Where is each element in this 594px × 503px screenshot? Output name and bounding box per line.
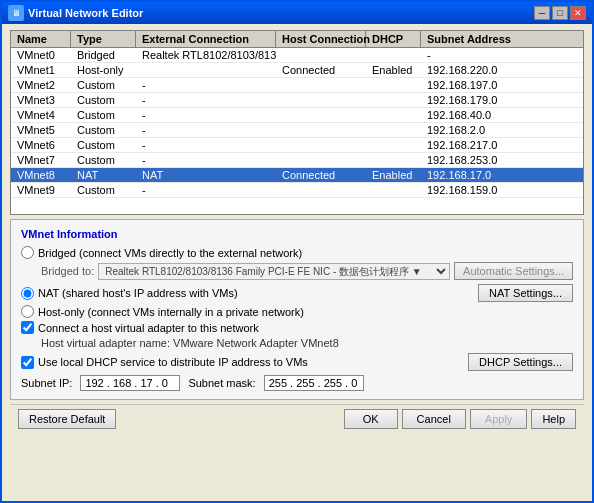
title-bar: 🖥 Virtual Network Editor ─ □ ✕: [2, 2, 592, 24]
adapter-checkbox-row: Connect a host virtual adapter to this n…: [21, 321, 573, 334]
table-cell: VMnet9: [11, 183, 71, 197]
subnet-mask-label: Subnet mask:: [188, 377, 255, 389]
table-cell: [366, 78, 421, 92]
table-cell: Custom: [71, 93, 136, 107]
col-header-ext: External Connection: [136, 31, 276, 47]
table-cell: [366, 93, 421, 107]
cancel-button[interactable]: Cancel: [402, 409, 466, 429]
table-cell: [276, 153, 366, 167]
bridged-to-row: Bridged to: Realtek RTL8102/8103/8136 Fa…: [41, 262, 573, 280]
title-buttons: ─ □ ✕: [534, 6, 586, 20]
table-cell: Connected: [276, 63, 366, 77]
table-cell: VMnet3: [11, 93, 71, 107]
table-cell: 192.168.253.0: [421, 153, 583, 167]
table-cell: [366, 108, 421, 122]
nat-radio-row: NAT (shared host's IP address with VMs) …: [21, 284, 573, 302]
col-header-name: Name: [11, 31, 71, 47]
restore-default-button[interactable]: Restore Default: [18, 409, 116, 429]
table-cell: [366, 183, 421, 197]
close-button[interactable]: ✕: [570, 6, 586, 20]
table-row[interactable]: VMnet4Custom-192.168.40.0: [11, 108, 583, 123]
bridged-radio-row: Bridged (connect VMs directly to the ext…: [21, 246, 573, 259]
dhcp-checkbox-label: Use local DHCP service to distribute IP …: [38, 356, 308, 368]
table-cell: Custom: [71, 78, 136, 92]
adapter-name-label: Host virtual adapter name: VMware Networ…: [41, 337, 339, 349]
table-row[interactable]: VMnet5Custom-192.168.2.0: [11, 123, 583, 138]
bridged-to-dropdown[interactable]: Realtek RTL8102/8103/8136 Family PCI-E F…: [98, 263, 450, 280]
col-header-dhcp: DHCP: [366, 31, 421, 47]
table-cell: Custom: [71, 108, 136, 122]
table-cell: Custom: [71, 183, 136, 197]
table-cell: -: [136, 183, 276, 197]
auto-settings-button[interactable]: Automatic Settings...: [454, 262, 573, 280]
table-cell: -: [136, 123, 276, 137]
table-cell: Realtek RTL8102/8103/813...: [136, 48, 276, 62]
nat-radio-container: NAT (shared host's IP address with VMs): [21, 287, 238, 300]
col-header-host: Host Connection: [276, 31, 366, 47]
nat-settings-button[interactable]: NAT Settings...: [478, 284, 573, 302]
table-cell: -: [421, 48, 583, 62]
table-row[interactable]: VMnet3Custom-192.168.179.0: [11, 93, 583, 108]
col-header-subnet: Subnet Address: [421, 31, 583, 47]
table-cell: NAT: [71, 168, 136, 182]
table-cell: VMnet0: [11, 48, 71, 62]
table-cell: [366, 138, 421, 152]
table-cell: 192.168.159.0: [421, 183, 583, 197]
subnet-ip-input[interactable]: [80, 375, 180, 391]
adapter-checkbox[interactable]: [21, 321, 34, 334]
table-header: Name Type External Connection Host Conne…: [11, 31, 583, 48]
table-cell: Custom: [71, 123, 136, 137]
adapter-name-row: Host virtual adapter name: VMware Networ…: [41, 337, 573, 349]
ok-button[interactable]: OK: [344, 409, 398, 429]
apply-button[interactable]: Apply: [470, 409, 528, 429]
table-cell: Enabled: [366, 63, 421, 77]
dhcp-settings-button[interactable]: DHCP Settings...: [468, 353, 573, 371]
table-cell: -: [136, 153, 276, 167]
table-cell: Enabled: [366, 168, 421, 182]
window-title: Virtual Network Editor: [28, 7, 143, 19]
vmnet-info-panel: VMnet Information Bridged (connect VMs d…: [10, 219, 584, 400]
table-cell: Connected: [276, 168, 366, 182]
table-cell: 192.168.17.0: [421, 168, 583, 182]
table-cell: VMnet4: [11, 108, 71, 122]
content-area: Name Type External Connection Host Conne…: [2, 24, 592, 501]
bridged-radio-label: Bridged (connect VMs directly to the ext…: [38, 247, 302, 259]
minimize-button[interactable]: ─: [534, 6, 550, 20]
table-cell: [276, 138, 366, 152]
nat-radio[interactable]: [21, 287, 34, 300]
table-cell: Bridged: [71, 48, 136, 62]
bridged-radio[interactable]: [21, 246, 34, 259]
table-cell: -: [136, 108, 276, 122]
host-only-radio-row: Host-only (connect VMs internally in a p…: [21, 305, 573, 318]
table-row[interactable]: VMnet9Custom-192.168.159.0: [11, 183, 583, 198]
subnet-mask-input[interactable]: [264, 375, 364, 391]
table-cell: [276, 48, 366, 62]
table-cell: [366, 123, 421, 137]
table-row[interactable]: VMnet7Custom-192.168.253.0: [11, 153, 583, 168]
table-row[interactable]: VMnet6Custom-192.168.217.0: [11, 138, 583, 153]
title-bar-left: 🖥 Virtual Network Editor: [8, 5, 143, 21]
help-button[interactable]: Help: [531, 409, 576, 429]
table-cell: -: [136, 93, 276, 107]
table-cell: 192.168.40.0: [421, 108, 583, 122]
dhcp-row: Use local DHCP service to distribute IP …: [21, 353, 573, 371]
table-cell: 192.168.2.0: [421, 123, 583, 137]
host-only-radio-label: Host-only (connect VMs internally in a p…: [38, 306, 304, 318]
table-row[interactable]: VMnet8NATNATConnectedEnabled192.168.17.0: [11, 168, 583, 183]
table-row[interactable]: VMnet2Custom-192.168.197.0: [11, 78, 583, 93]
table-row[interactable]: VMnet0BridgedRealtek RTL8102/8103/813...…: [11, 48, 583, 63]
table-cell: 192.168.197.0: [421, 78, 583, 92]
table-row[interactable]: VMnet1Host-onlyConnectedEnabled192.168.2…: [11, 63, 583, 78]
adapter-checkbox-label: Connect a host virtual adapter to this n…: [38, 322, 259, 334]
bottom-bar: Restore Default OK Cancel Apply Help: [10, 404, 584, 433]
host-only-radio[interactable]: [21, 305, 34, 318]
action-buttons: OK Cancel Apply Help: [344, 409, 576, 429]
table-cell: Host-only: [71, 63, 136, 77]
dhcp-checkbox[interactable]: [21, 356, 34, 369]
table-cell: [276, 93, 366, 107]
table-cell: 192.168.220.0: [421, 63, 583, 77]
table-cell: [276, 78, 366, 92]
maximize-button[interactable]: □: [552, 6, 568, 20]
table-cell: Custom: [71, 138, 136, 152]
table-cell: [366, 153, 421, 167]
